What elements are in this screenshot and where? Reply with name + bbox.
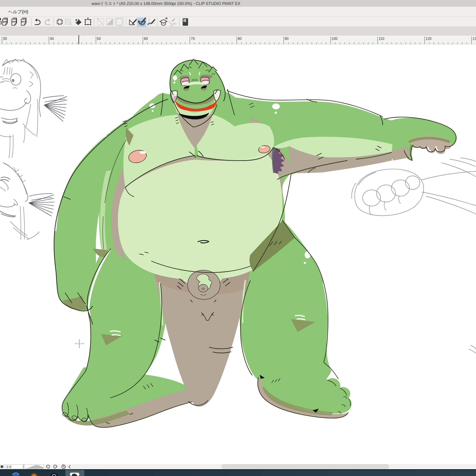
svg-text:90: 90 [285,37,289,41]
svg-text:50: 50 [97,37,101,41]
svg-text:png: png [12,20,17,23]
svg-text:70: 70 [191,37,195,41]
svg-text:100: 100 [331,37,338,41]
svg-text:waniイラスト* (A5 210.00 x 148.00m: waniイラスト* (A5 210.00 x 148.00mm 350dpi 1… [91,1,240,6]
svg-text:130: 130 [472,37,476,41]
svg-text:120: 120 [425,37,432,41]
svg-text:psd: psd [22,20,26,23]
svg-text:60: 60 [144,37,148,41]
svg-text:80: 80 [238,37,242,41]
svg-text:40: 40 [50,37,54,41]
svg-text:110: 110 [379,37,384,41]
svg-text:ヘルプ(H): ヘルプ(H) [8,9,28,14]
svg-text:-2.9: -2.9 [5,465,11,469]
svg-text:30: 30 [3,37,7,41]
svg-text:jpg: jpg [3,20,7,23]
